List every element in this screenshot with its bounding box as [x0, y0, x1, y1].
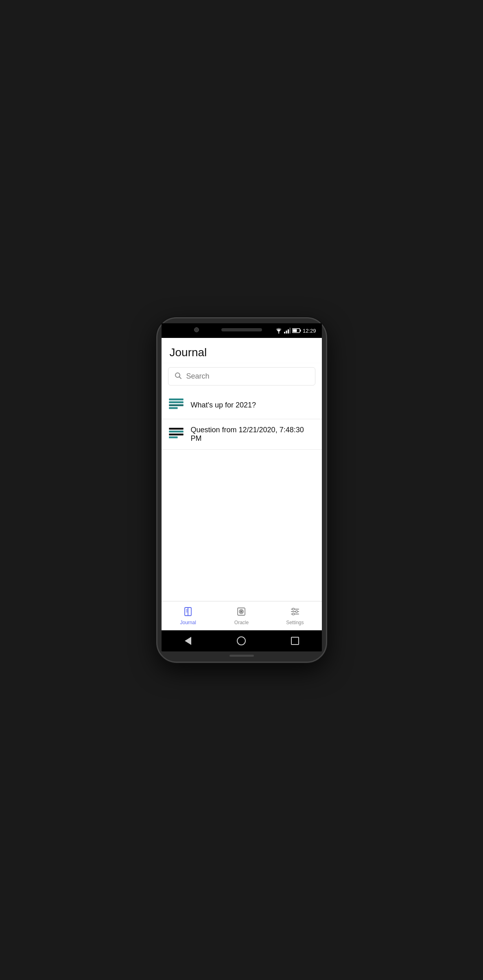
- svg-rect-17: [169, 436, 177, 438]
- nav-tab-settings[interactable]: Settings: [268, 603, 321, 629]
- speaker-bar: [221, 328, 262, 331]
- journal-list: What's up for 2021? Question from 12/21/…: [162, 391, 322, 601]
- app-header: Journal: [162, 338, 322, 363]
- home-button[interactable]: [234, 634, 249, 648]
- svg-point-30: [292, 613, 294, 615]
- svg-rect-12: [169, 404, 184, 406]
- android-nav-bar: [162, 630, 322, 651]
- oracle-nav-icon: [236, 607, 246, 618]
- oracle-nav-label: Oracle: [234, 620, 249, 625]
- svg-rect-11: [169, 401, 184, 403]
- svg-line-9: [179, 377, 181, 379]
- status-icons: 12:29: [275, 328, 316, 334]
- nav-tab-oracle[interactable]: Oracle: [215, 603, 268, 629]
- svg-rect-10: [169, 399, 184, 400]
- svg-rect-4: [289, 328, 291, 333]
- signal-icon: [284, 328, 291, 333]
- recents-icon: [291, 637, 299, 645]
- svg-rect-14: [169, 428, 184, 429]
- back-icon: [185, 637, 191, 645]
- entry-title-2: Question from 12/21/2020, 7:48:30 PM: [191, 426, 315, 443]
- phone-chin: [229, 655, 254, 657]
- svg-rect-13: [169, 407, 177, 409]
- journal-nav-icon: [183, 607, 193, 618]
- svg-rect-6: [300, 330, 301, 332]
- nav-tab-journal[interactable]: Journal: [162, 603, 215, 629]
- phone-device: 12:29 Journal: [156, 317, 327, 663]
- journal-nav-label: Journal: [180, 620, 196, 625]
- svg-point-28: [292, 608, 294, 610]
- app-title: Journal: [170, 346, 314, 359]
- home-icon: [237, 636, 246, 645]
- search-container: [162, 363, 322, 391]
- recents-button[interactable]: [288, 634, 302, 648]
- status-time: 12:29: [303, 328, 316, 334]
- search-icon: [174, 372, 182, 381]
- entry-icon-1: [168, 398, 184, 412]
- back-button[interactable]: [181, 634, 195, 648]
- settings-nav-icon: [290, 607, 300, 618]
- entry-title-1: What's up for 2021?: [191, 401, 256, 409]
- list-item[interactable]: What's up for 2021?: [162, 391, 322, 419]
- svg-rect-1: [284, 332, 285, 333]
- svg-rect-15: [169, 431, 184, 432]
- battery-icon: [292, 328, 301, 333]
- entry-icon-2: [168, 427, 184, 442]
- svg-rect-24: [240, 610, 243, 613]
- bottom-nav: Journal Oracle: [162, 601, 322, 630]
- search-input[interactable]: [186, 372, 309, 381]
- wifi-icon: [275, 328, 282, 333]
- svg-rect-16: [169, 433, 184, 435]
- svg-rect-7: [293, 329, 297, 332]
- camera-dot: [194, 327, 199, 332]
- app-screen: Journal: [162, 338, 322, 630]
- svg-point-29: [295, 610, 297, 612]
- svg-rect-2: [286, 331, 287, 333]
- list-item[interactable]: Question from 12/21/2020, 7:48:30 PM: [162, 419, 322, 450]
- svg-point-0: [278, 332, 279, 333]
- svg-rect-3: [288, 329, 289, 333]
- search-bar[interactable]: [168, 367, 315, 385]
- settings-nav-label: Settings: [286, 620, 304, 625]
